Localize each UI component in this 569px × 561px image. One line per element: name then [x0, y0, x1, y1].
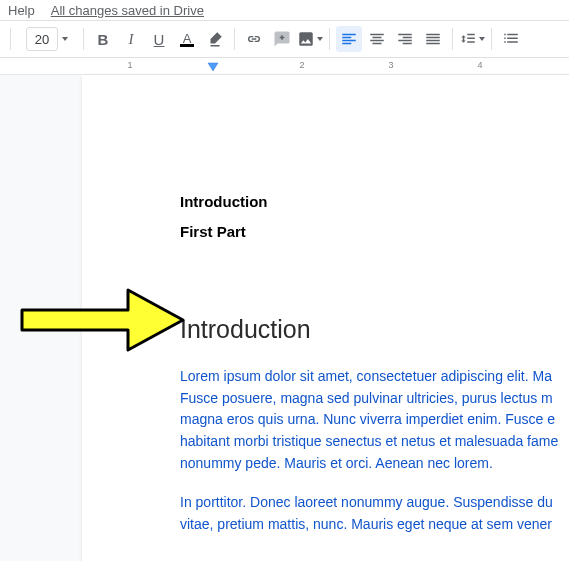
separator — [452, 28, 453, 50]
separator — [491, 28, 492, 50]
font-size-control[interactable] — [17, 27, 77, 51]
line-spacing-button[interactable] — [459, 26, 485, 52]
table-of-contents: Introduction First Part — [180, 193, 569, 241]
body-paragraph[interactable]: In porttitor. Donec laoreet nonummy augu… — [180, 492, 569, 535]
text-color-bar — [180, 44, 194, 47]
menu-help[interactable]: Help — [8, 3, 35, 18]
svg-marker-0 — [208, 63, 218, 71]
font-size-input[interactable] — [26, 27, 58, 51]
image-icon — [297, 30, 315, 48]
underline-button[interactable]: U — [146, 26, 172, 52]
separator — [329, 28, 330, 50]
separator — [83, 28, 84, 50]
align-right-button[interactable] — [392, 26, 418, 52]
ruler-mark: 3 — [388, 60, 393, 70]
text-color-button[interactable]: A — [174, 26, 200, 52]
ruler-mark: 4 — [477, 60, 482, 70]
align-left-icon — [340, 30, 358, 48]
horizontal-ruler[interactable]: 1 2 3 4 — [0, 58, 569, 75]
align-center-icon — [368, 30, 386, 48]
insert-link-button[interactable] — [241, 26, 267, 52]
caret-down-icon — [62, 37, 68, 41]
body-paragraph[interactable]: Lorem ipsum dolor sit amet, consectetuer… — [180, 366, 569, 474]
menu-bar: Help All changes saved in Drive — [0, 0, 569, 20]
ruler-mark: 2 — [299, 60, 304, 70]
numbered-list-button[interactable] — [498, 26, 524, 52]
document-page[interactable]: Introduction First Part Introduction Lor… — [82, 75, 569, 561]
highlight-button[interactable] — [202, 26, 228, 52]
document-workspace: Introduction First Part Introduction Lor… — [0, 75, 569, 561]
link-icon — [245, 30, 263, 48]
comment-icon — [273, 30, 291, 48]
indent-marker-icon[interactable] — [206, 61, 220, 73]
caret-down-icon — [317, 37, 323, 41]
heading-1[interactable]: Introduction — [180, 315, 569, 344]
insert-comment-button[interactable] — [269, 26, 295, 52]
align-justify-icon — [424, 30, 442, 48]
toolbar: B I U A — [0, 20, 569, 58]
align-justify-button[interactable] — [420, 26, 446, 52]
separator — [10, 28, 11, 50]
align-left-button[interactable] — [336, 26, 362, 52]
italic-button[interactable]: I — [118, 26, 144, 52]
insert-image-button[interactable] — [297, 26, 323, 52]
toc-item[interactable]: First Part — [180, 223, 569, 241]
align-center-button[interactable] — [364, 26, 390, 52]
toc-item[interactable]: Introduction — [180, 193, 569, 211]
align-right-icon — [396, 30, 414, 48]
numbered-list-icon — [502, 30, 520, 48]
highlight-icon — [206, 30, 224, 48]
separator — [234, 28, 235, 50]
caret-down-icon — [479, 37, 485, 41]
bold-button[interactable]: B — [90, 26, 116, 52]
line-spacing-icon — [459, 30, 477, 48]
ruler-mark: 1 — [127, 60, 132, 70]
save-status[interactable]: All changes saved in Drive — [51, 3, 204, 18]
